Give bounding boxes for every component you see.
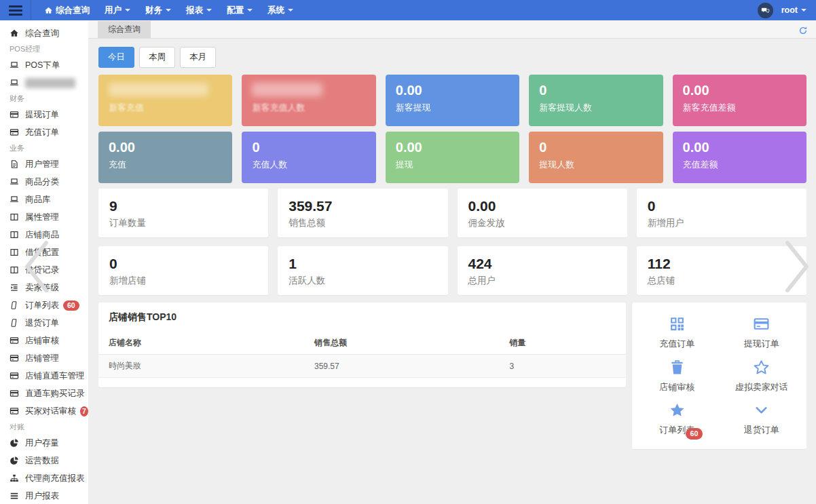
tab-label: 综合查询 [108, 24, 141, 34]
stat-label: 订单数量 [109, 217, 257, 229]
sidebar-item-pos-order[interactable]: POS下单 [0, 56, 88, 74]
tile-label: 充值差额 [683, 159, 796, 171]
menu-toggle-button[interactable] [0, 0, 31, 20]
credit-card-icon [10, 336, 19, 345]
sidebar-section-business: 业务 [0, 141, 88, 155]
tile-new-recharge: 新客充值 [98, 75, 232, 126]
top10-cell: 3 [500, 355, 627, 378]
quick-link-label: 充值订单 [659, 338, 694, 350]
credit-card-icon [10, 406, 19, 416]
mobile-icon [10, 301, 19, 310]
refresh-button[interactable] [798, 25, 808, 35]
carousel-next-button[interactable] [781, 239, 813, 297]
quick-link-virtual-seller-chat[interactable]: 虚拟卖家对话 [735, 359, 788, 393]
stat-value: 9 [109, 197, 257, 214]
mobile-icon [10, 318, 19, 328]
nav-item-system[interactable]: 系统 [260, 0, 301, 20]
laptop-icon [10, 177, 19, 187]
sidebar-item-label: 商品库 [25, 194, 51, 206]
tile-value: 0.00 [396, 82, 509, 98]
qrcode-icon [669, 315, 686, 332]
tile-label: 新客充值人数 [252, 102, 365, 114]
tile-withdraw-count: 0提现人数 [529, 132, 663, 183]
filter-month-button[interactable]: 本月 [180, 47, 216, 68]
stat-commission-paid: 0.00佣金发放 [458, 189, 627, 237]
tile-value: 0 [252, 139, 365, 155]
sidebar-item-train-purchase-records[interactable]: 直通车购买记录 [0, 385, 88, 402]
sidebar-item-shop-train-mgmt[interactable]: 店铺直通车管理 [0, 367, 88, 385]
sidebar-item-user-mgmt[interactable]: 用户管理 [0, 155, 88, 173]
stat-order-count: 9订单数量 [98, 189, 268, 237]
top10-cell: 359.57 [304, 355, 499, 378]
filter-week-button[interactable]: 本周 [139, 47, 175, 68]
tab-overview[interactable]: 综合查询 [98, 21, 151, 38]
sidebar-item-label: 属性管理 [25, 212, 59, 223]
nav-item-label: 配置 [227, 5, 244, 16]
sidebar-item-user-report[interactable]: 用户报表 [0, 487, 88, 504]
quick-link-return-orders[interactable]: 退货订单 [744, 402, 779, 436]
sidebar-item-recharge-orders[interactable]: 充值订单 [0, 123, 88, 141]
stat-total-users: 424总用户 [458, 246, 627, 295]
chevron-left-icon [20, 239, 53, 294]
sidebar-item-label: 店铺审核 [25, 335, 59, 347]
tile-value: 0 [539, 139, 652, 155]
sidebar-item-redacted-item[interactable] [0, 74, 88, 92]
tiles-row-2: 0.00充值0充值人数0.00提现0提现人数0.00充值差额 [98, 132, 806, 183]
notification-badge: 7 [80, 406, 88, 416]
blurred-value [109, 83, 208, 96]
star-icon [669, 402, 686, 419]
tile-withdraw: 0.00提现 [386, 132, 519, 183]
nav-item-label: 综合查询 [56, 5, 90, 16]
nav-item-overview[interactable]: 综合查询 [37, 0, 97, 20]
sidebar-item-operation-data[interactable]: 运营数据 [0, 452, 88, 469]
tile-new-withdraw-count: 0新客提现人数 [529, 75, 663, 126]
tile-label: 提现人数 [539, 159, 652, 171]
quick-link-order-list[interactable]: 订单列表60 [659, 402, 694, 436]
quick-link-withdraw-orders[interactable]: 提现订单 [744, 315, 779, 350]
quick-link-recharge-orders[interactable]: 充值订单 [659, 315, 694, 350]
nav-item-users[interactable]: 用户 [97, 0, 138, 20]
sidebar-item-label: 直通车购买记录 [25, 388, 85, 400]
sidebar-item-return-orders[interactable]: 退货订单 [0, 314, 88, 332]
nav-item-config[interactable]: 配置 [219, 0, 260, 20]
sidebar-item-agent-recharge-report[interactable]: 代理商充值报表 [0, 469, 88, 487]
sidebar-item-label: 充值订单 [25, 127, 59, 138]
sidebar-item-buyer-chat-review[interactable]: 买家对话审核7 [0, 402, 88, 420]
sidebar-item-product-library[interactable]: 商品库 [0, 191, 88, 208]
chat-icon [761, 6, 770, 15]
chevron-down-icon [247, 9, 253, 12]
sidebar-item-order-list[interactable]: 订单列表60 [0, 296, 88, 314]
tile-recharge: 0.00充值 [98, 132, 232, 183]
credit-card-icon [10, 389, 19, 398]
carousel-prev-button[interactable] [20, 239, 53, 297]
sidebar-item-user-stock[interactable]: 用户存量 [0, 434, 88, 452]
quick-link-label: 提现订单 [744, 338, 779, 350]
sidebar-item-shop-review[interactable]: 店铺审核 [0, 332, 88, 349]
chevron-down-icon [288, 9, 293, 12]
quick-link-shop-review[interactable]: 店铺审核 [659, 359, 694, 393]
nav-item-finance[interactable]: 财务 [138, 0, 179, 20]
sidebar-item-overview[interactable]: 综合查询 [0, 24, 88, 42]
sidebar-item-label: 商品分类 [25, 176, 59, 188]
credit-card-icon [10, 353, 19, 363]
sidebar-item-product-categories[interactable]: 商品分类 [0, 173, 88, 191]
columns-icon [10, 212, 19, 222]
tile-label: 充值 [109, 159, 222, 171]
nav-item-reports[interactable]: 报表 [179, 0, 219, 20]
sidebar-item-withdraw-orders[interactable]: 提现订单 [0, 106, 88, 123]
filter-today-button[interactable]: 今日 [98, 47, 134, 68]
user-menu[interactable]: root [781, 5, 806, 15]
nav-item-label: 用户 [105, 5, 122, 16]
pie-chart-icon [10, 456, 19, 465]
sidebar-item-label: 提现订单 [25, 109, 59, 121]
stat-active-users: 1活跃人数 [278, 246, 447, 295]
messages-button[interactable] [758, 3, 773, 18]
top10-table: 店铺名称销售总额销量 時尚美妝359.573 [98, 332, 626, 378]
sidebar-item-shop-mgmt[interactable]: 店铺管理 [0, 349, 88, 367]
refresh-icon [798, 26, 808, 35]
sidebar-item-label: POS下单 [25, 60, 60, 71]
tile-label: 新客充值差额 [683, 102, 796, 114]
sidebar-item-attribute-mgmt[interactable]: 属性管理 [0, 208, 88, 226]
stat-value: 0.00 [468, 197, 616, 214]
top10-cell: 時尚美妝 [98, 355, 304, 378]
